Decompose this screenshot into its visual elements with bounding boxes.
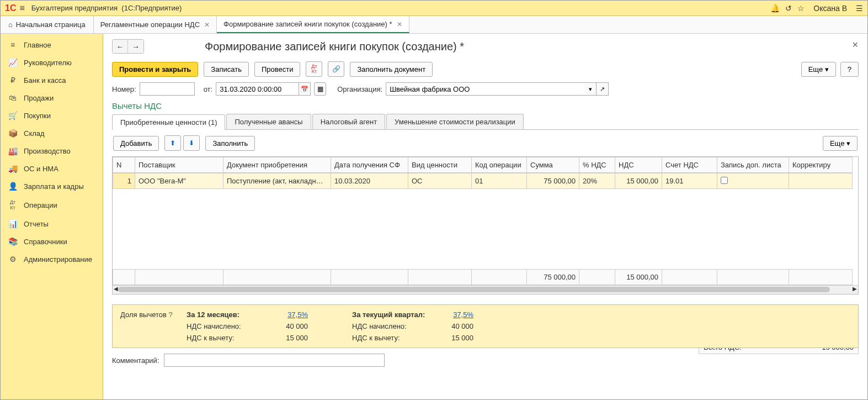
post-button[interactable]: Провести [254,62,301,77]
date-extra-button[interactable]: ▦ [314,82,326,96]
cell-corr[interactable] [789,173,853,189]
cell-type[interactable]: ОС [408,173,472,189]
col-type[interactable]: Вид ценности [408,157,472,173]
bell-icon[interactable]: 🔔 [770,4,780,13]
itab-acquired[interactable]: Приобретенные ценности (1) [112,114,225,130]
factory-icon: 🏭 [8,146,17,155]
cell-vatpct[interactable]: 20% [579,173,615,189]
fields-row: Номер: от: 📅 ▦ Организация: ▾ ↗ [112,82,859,96]
cell-extra[interactable] [717,173,789,189]
sidebar-item-reports[interactable]: 📊Отчеты [1,215,103,233]
col-corr[interactable]: Корректиру [789,157,853,173]
open-icon[interactable]: ↗ [597,82,609,96]
col-account[interactable]: Счет НДС [662,157,717,173]
help-icon[interactable]: ? [169,310,173,319]
cell-vat[interactable]: 15 000,00 [615,173,662,189]
close-icon[interactable]: ✕ [397,20,402,28]
col-vatpct[interactable]: % НДС [579,157,615,173]
close-icon[interactable]: ✕ [204,21,210,29]
write-button[interactable]: Записать [204,62,249,77]
calendar-icon[interactable]: 📅 [299,82,311,96]
more-button[interactable]: Еще ▾ [801,62,836,77]
periodq-pct[interactable]: 37,5% [429,310,473,319]
cell-opcode[interactable]: 01 [472,173,527,189]
col-vat[interactable]: НДС [615,157,662,173]
table-header-row: N Поставщик Документ приобретения Дата п… [113,157,853,173]
sidebar-item-main[interactable]: ≡Главное [1,36,103,54]
itab-tax-agent[interactable]: Налоговый агент [312,114,385,129]
sidebar-item-production[interactable]: 🏭Производство [1,142,103,160]
accrued-label: НДС начислено: [187,322,264,330]
sidebar-item-bank[interactable]: ₽Банк и касса [1,71,103,89]
col-n[interactable]: N [113,157,135,173]
scrollbar-thumb[interactable] [118,287,830,292]
itab-reduction[interactable]: Уменьшение стоимости реализации [386,114,524,129]
col-doc[interactable]: Документ приобретения [223,157,331,173]
forward-button[interactable]: → [128,40,143,53]
sidebar-item-sales[interactable]: 🛍Продажи [1,89,103,107]
bag-icon: 🛍 [8,93,17,102]
move-up-button[interactable]: ⬆ [164,135,181,151]
itab-advances[interactable]: Полученные авансы [226,114,311,129]
tab-purchase-book[interactable]: Формирование записей книги покупок (созд… [217,16,409,33]
sidebar-item-purchases[interactable]: 🛒Покупки [1,107,103,124]
sidebar-item-assets[interactable]: 🚚ОС и НМА [1,160,103,177]
back-button[interactable]: ← [113,40,128,53]
comment-input[interactable] [164,354,385,367]
fill-document-button[interactable]: Заполнить документ [350,62,433,77]
cell-n[interactable]: 1 [113,173,135,189]
sidebar-item-hr[interactable]: 👤Зарплата и кадры [1,177,103,195]
chart-icon: 📈 [8,58,17,67]
extra-checkbox[interactable] [721,177,728,184]
col-sum[interactable]: Сумма [527,157,579,173]
col-extra[interactable]: Запись доп. листа [717,157,789,173]
help-button[interactable]: ? [840,62,859,77]
gear-icon: ⚙ [8,255,17,264]
close-page-icon[interactable]: ✕ [852,40,859,49]
accrued-label-q: НДС начислено: [352,322,429,330]
cell-supplier[interactable]: ООО "Вега-М" [135,173,223,189]
user-name[interactable]: Оксана В [813,4,847,13]
period12-pct[interactable]: 37,5% [264,310,308,319]
sub-more-button[interactable]: Еще ▾ [823,136,858,151]
tab-vat-ops[interactable]: Регламентные операции НДС ✕ [94,16,217,33]
org-input[interactable] [386,82,584,96]
dropdown-icon[interactable]: ▾ [584,82,597,96]
sub-toolbar: Добавить ⬆ ⬇ Заполнить Еще ▾ [112,130,859,156]
sidebar-item-directories[interactable]: 📚Справочники [1,233,103,250]
sidebar-item-admin[interactable]: ⚙Администрирование [1,250,103,268]
col-opcode[interactable]: Код операции [472,157,527,173]
sidebar-item-manager[interactable]: 📈Руководителю [1,54,103,71]
cell-account[interactable]: 19.01 [662,173,717,189]
sidebar-item-label: Отчеты [24,220,49,228]
star-icon[interactable]: ☆ [797,4,805,13]
sidebar-item-label: Операции [24,201,57,209]
tab-home[interactable]: ⌂ Начальная страница [1,16,94,33]
hamburger-icon[interactable]: ≡ [19,3,24,13]
tab-home-label: Начальная страница [16,20,86,29]
cell-sum[interactable]: 75 000,00 [527,173,579,189]
post-and-close-button[interactable]: Провести и закрыть [112,62,198,77]
horizontal-scrollbar[interactable]: ◀ ▶ [113,285,858,294]
dtkt-button[interactable]: ДтКт [306,61,322,77]
link-button[interactable]: 🔗 [328,61,344,77]
sidebar-item-label: Склад [24,129,45,138]
sidebar-item-label: Банк и касса [24,76,66,85]
date-input[interactable] [216,82,299,96]
table-row[interactable]: 1 ООО "Вега-М" Поступление (акт, накладн… [113,173,853,189]
history-icon[interactable]: ↺ [785,4,792,13]
fill-button[interactable]: Заполнить [205,136,255,151]
sidebar-item-operations[interactable]: ДтКтОперации [1,195,103,215]
cell-date[interactable]: 10.03.2020 [331,173,408,189]
org-label: Организация: [337,85,382,93]
menu-bars-icon[interactable]: ☰ [856,4,863,13]
cell-doc[interactable]: Поступление (акт, накладн… [223,173,331,189]
col-date[interactable]: Дата получения СФ [331,157,408,173]
number-input[interactable] [140,82,195,96]
move-down-button[interactable]: ⬇ [183,135,200,151]
sidebar-item-warehouse[interactable]: 📦Склад [1,124,103,142]
accruedq-value: 40 000 [429,322,473,330]
add-button[interactable]: Добавить [113,136,159,151]
col-supplier[interactable]: Поставщик [135,157,223,173]
accrued12-value: 40 000 [264,322,308,330]
